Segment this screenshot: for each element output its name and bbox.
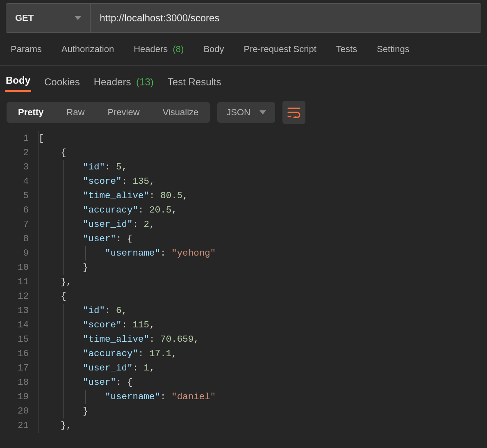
line-number: 2 (2, 146, 39, 160)
line-number: 11 (2, 275, 39, 289)
tab-prerequest-script[interactable]: Pre-request Script (244, 44, 316, 55)
wrap-lines-icon (287, 107, 300, 118)
tab-response-headers[interactable]: Headers (13) (93, 76, 155, 92)
code-line: 10 } (2, 261, 487, 275)
code-line: 3 "id": 5, (2, 160, 487, 174)
tab-cookies[interactable]: Cookies (43, 76, 81, 92)
wrap-lines-button[interactable] (282, 101, 305, 124)
code-line: 5 "time_alive": 80.5, (2, 189, 487, 203)
code-line: 9 "username": "yehong" (2, 246, 487, 261)
code-line: 8 "user": { (2, 232, 487, 246)
line-number: 1 (2, 131, 39, 146)
code-line: 12 { (2, 289, 487, 304)
line-number: 4 (2, 174, 39, 189)
code-line: 19 "username": "daniel" (2, 390, 487, 404)
tab-request-headers-count: (8) (173, 44, 184, 54)
line-number: 21 (2, 418, 39, 433)
line-number: 12 (2, 289, 39, 304)
code-line: 21 }, (2, 418, 487, 433)
request-url-input[interactable]: http://localhost:3000/scores (91, 4, 481, 32)
code-line: 11 }, (2, 275, 487, 289)
tab-response-headers-label: Headers (94, 76, 131, 87)
chevron-down-icon (75, 16, 81, 20)
line-number: 15 (2, 332, 39, 347)
tab-test-results[interactable]: Test Results (167, 76, 222, 92)
code-line: 15 "time_alive": 70.659, (2, 332, 487, 347)
request-url-text: http://localhost:3000/scores (100, 12, 219, 24)
code-line: 14 "score": 115, (2, 318, 487, 332)
code-line: 18 "user": { (2, 375, 487, 390)
tab-settings[interactable]: Settings (377, 44, 410, 55)
code-line: 20 } (2, 404, 487, 418)
view-mode-preview[interactable]: Preview (96, 102, 151, 123)
code-line: 6 "accuracy": 20.5, (2, 203, 487, 217)
view-mode-visualize[interactable]: Visualize (151, 102, 210, 123)
line-number: 19 (2, 390, 39, 404)
line-number: 20 (2, 404, 39, 418)
http-method-label: GET (15, 13, 34, 23)
response-format-label: JSON (226, 107, 250, 118)
code-line: 1[ (2, 131, 487, 146)
view-mode-raw[interactable]: Raw (55, 102, 96, 123)
line-number: 9 (2, 246, 39, 261)
http-method-select[interactable]: GET (6, 4, 91, 32)
tab-request-body[interactable]: Body (203, 44, 224, 55)
code-line: 4 "score": 135, (2, 174, 487, 189)
response-format-select[interactable]: JSON (217, 102, 275, 123)
view-mode-segment: Pretty Raw Preview Visualize (7, 102, 210, 123)
tab-tests[interactable]: Tests (336, 44, 357, 55)
line-number: 5 (2, 189, 39, 203)
request-bar: GET http://localhost:3000/scores (6, 3, 481, 33)
line-number: 10 (2, 261, 39, 275)
tab-params[interactable]: Params (11, 44, 42, 55)
line-number: 16 (2, 347, 39, 361)
response-body-code[interactable]: 1[ 2 { 3 "id": 5, 4 "score": 135, 5 "tim… (0, 131, 487, 433)
response-tabs: Body Cookies Headers (13) Test Results (0, 66, 487, 92)
line-number: 6 (2, 203, 39, 217)
response-view-controls: Pretty Raw Preview Visualize JSON (0, 92, 487, 131)
tab-authorization[interactable]: Authorization (61, 44, 114, 55)
request-tabs: Params Authorization Headers (8) Body Pr… (0, 33, 487, 66)
line-number: 8 (2, 232, 39, 246)
line-number: 18 (2, 375, 39, 390)
chevron-down-icon (259, 110, 266, 114)
tab-request-headers-label: Headers (134, 44, 168, 54)
code-line: 2 { (2, 146, 487, 160)
tab-response-body[interactable]: Body (5, 75, 31, 92)
code-line: 17 "user_id": 1, (2, 361, 487, 375)
code-line: 16 "accuracy": 17.1, (2, 347, 487, 361)
tab-response-headers-count: (13) (136, 76, 154, 87)
code-line: 7 "user_id": 2, (2, 217, 487, 232)
code-line: 13 "id": 6, (2, 304, 487, 318)
line-number: 3 (2, 160, 39, 174)
line-number: 14 (2, 318, 39, 332)
view-mode-pretty[interactable]: Pretty (7, 102, 55, 123)
line-number: 17 (2, 361, 39, 375)
line-number: 7 (2, 217, 39, 232)
line-number: 13 (2, 304, 39, 318)
tab-request-headers[interactable]: Headers (8) (134, 44, 184, 55)
